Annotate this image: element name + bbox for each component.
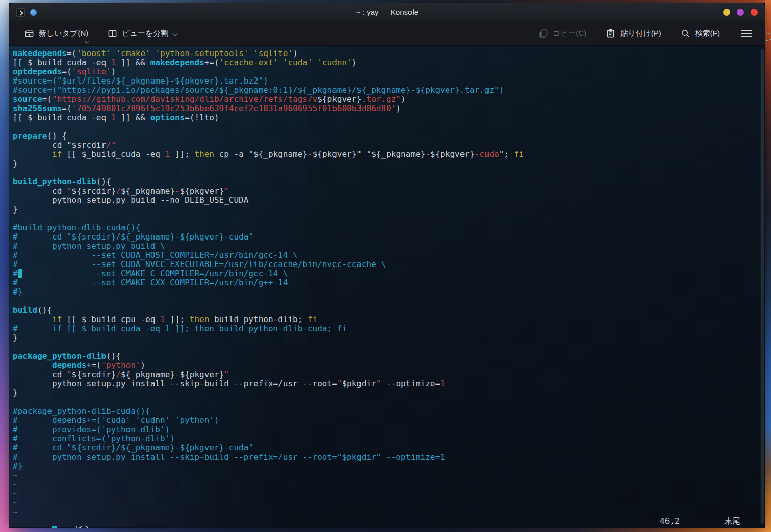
terminal-line: python setup.py build --no DLIB_USE_CUDA bbox=[13, 196, 765, 205]
paste-icon bbox=[606, 29, 615, 38]
minimize-button[interactable] bbox=[723, 9, 730, 16]
terminal-line bbox=[13, 297, 765, 306]
terminal-line: # cd "${srcdir}/${_pkgname}-${pkgver}-cu… bbox=[13, 443, 765, 453]
wallpaper-right-edge: し い bbox=[765, 0, 771, 532]
terminal-line bbox=[13, 342, 765, 352]
terminal-line: #} bbox=[13, 287, 765, 297]
scrollbar[interactable] bbox=[760, 48, 764, 525]
new-tab-button[interactable]: 新しいタブ(N) bbox=[22, 25, 90, 41]
search-button[interactable]: 検索(F) bbox=[679, 25, 722, 41]
terminal-line: #source=("$url/files/${_pkgname}-${pkgve… bbox=[13, 76, 765, 86]
paste-label: 貼り付け(P) bbox=[620, 29, 661, 38]
terminal-line: #build_python-dlib-cuda(){ bbox=[13, 223, 765, 232]
copy-label: コピー(C) bbox=[553, 29, 587, 38]
terminal-line: } bbox=[13, 159, 765, 168]
chevron-down-icon[interactable] bbox=[85, 40, 88, 43]
terminal-line: } bbox=[13, 205, 765, 214]
terminal-line: # --set CMAKE_C_COMPILER=/usr/bin/gcc-14… bbox=[13, 269, 765, 278]
terminal-line: package_python-dlib(){ bbox=[13, 352, 765, 361]
terminal-line: ~ bbox=[13, 508, 765, 517]
new-tab-label: 新しいタブ(N) bbox=[39, 29, 88, 38]
copy-icon bbox=[538, 29, 548, 38]
window-title: ~ : yay — Konsole bbox=[9, 3, 765, 21]
new-tab-icon bbox=[24, 29, 34, 38]
terminal-line: python setup.py install --skip-build --p… bbox=[13, 379, 765, 388]
terminal[interactable]: makedepends=('boost' 'cmake' 'python-set… bbox=[9, 46, 765, 527]
paste-button[interactable]: 貼り付け(P) bbox=[604, 25, 663, 41]
terminal-line: # cd "${srcdir}/${_pkgname}-${pkgver}-cu… bbox=[13, 232, 765, 242]
terminal-line: ~ bbox=[13, 489, 765, 498]
terminal-buffer[interactable]: makedepends=('boost' 'cmake' 'python-set… bbox=[13, 49, 765, 517]
terminal-line: optdepends=('sqlite') bbox=[13, 67, 765, 76]
terminal-line: prepare() { bbox=[13, 131, 765, 141]
terminal-line: # python setup.py install --skip-build -… bbox=[13, 453, 765, 462]
scrollbar-thumb[interactable] bbox=[761, 49, 764, 524]
split-view-label: ビューを分割 bbox=[122, 29, 168, 38]
terminal-line bbox=[13, 168, 765, 177]
vim-mode-indicator: -- 挿入 -- bbox=[59, 525, 107, 528]
terminal-line: cd "${srcdir}/${_pkgname}-${pkgver}" bbox=[13, 187, 765, 196]
terminal-line: # --set CMAKE_CXX_COMPILER=/usr/bin/g++-… bbox=[13, 278, 765, 287]
terminal-line: sha256sums=('705749801c7896f5c19c253b6be… bbox=[13, 104, 765, 113]
terminal-line: # provides=('python-dlib') bbox=[13, 425, 765, 434]
terminal-line bbox=[13, 214, 765, 223]
split-view-button[interactable]: ビューを分割 bbox=[106, 25, 179, 41]
terminal-line: [[ $_build_cuda -eq 1 ]] && makedepends+… bbox=[13, 58, 765, 67]
terminal-line: } bbox=[13, 388, 765, 397]
close-button[interactable] bbox=[751, 9, 758, 16]
terminal-line bbox=[13, 122, 765, 131]
terminal-line: # depends+=('cuda' 'cudnn' 'python') bbox=[13, 416, 765, 425]
terminal-line bbox=[13, 397, 765, 407]
terminal-line: ~ bbox=[13, 480, 765, 489]
background-window-text-fragment: し い bbox=[765, 26, 771, 43]
vim-file-position: 末尾 bbox=[724, 517, 740, 526]
terminal-line: makedepends=('boost' 'cmake' 'python-set… bbox=[13, 49, 765, 58]
terminal-line: build(){ bbox=[13, 306, 765, 315]
desktop: し い ~ : yay — Konsole 新しいタブ(N) bbox=[0, 0, 771, 532]
terminal-line: source=("https://github.com/davisking/dl… bbox=[13, 95, 765, 104]
vim-statusline: -- 挿入 -- 46,2 末尾 bbox=[13, 517, 765, 526]
terminal-line: if [[ $_build_cuda -eq 1 ]]; then cp -a … bbox=[13, 150, 765, 159]
terminal-line: ~ bbox=[13, 471, 765, 480]
terminal-line: # conflicts=('python-dlib') bbox=[13, 434, 765, 443]
terminal-line: } bbox=[13, 333, 765, 342]
search-label: 検索(F) bbox=[695, 29, 720, 38]
copy-button: コピー(C) bbox=[536, 25, 589, 41]
terminal-line: cd "$srcdir/" bbox=[13, 141, 765, 150]
search-icon bbox=[681, 29, 690, 38]
terminal-line: [[ $_build_cuda -eq 1 ]] && options=(!lt… bbox=[13, 113, 765, 122]
maximize-button[interactable] bbox=[737, 9, 744, 16]
status-cursor-block bbox=[52, 526, 57, 528]
hamburger-icon bbox=[741, 30, 752, 37]
chevron-down-icon[interactable] bbox=[173, 32, 177, 36]
split-view-icon bbox=[108, 29, 117, 38]
vim-ruler: 46,2 bbox=[660, 517, 680, 526]
terminal-line: cd "${srcdir}/${_pkgname}-${pkgver}" bbox=[13, 370, 765, 379]
terminal-line: #package_python-dlib-cuda(){ bbox=[13, 407, 765, 416]
terminal-line: #} bbox=[13, 462, 765, 471]
wallpaper-bottom-edge bbox=[9, 528, 765, 532]
menu-button[interactable] bbox=[739, 27, 754, 40]
terminal-line: # --set CUDA_HOST_COMPILER=/usr/bin/gcc-… bbox=[13, 251, 765, 260]
terminal-line: ~ bbox=[13, 498, 765, 508]
terminal-line: #source=("https://pypi.io/packages/sourc… bbox=[13, 86, 765, 95]
window-controls bbox=[723, 3, 758, 21]
titlebar[interactable]: ~ : yay — Konsole bbox=[9, 3, 765, 21]
konsole-window: ~ : yay — Konsole 新しいタブ(N) bbox=[9, 3, 765, 528]
toolbar: 新しいタブ(N) ビューを分割 コピー(C) bbox=[9, 21, 765, 46]
terminal-line: # --set CUDA_NVCC_EXECUTABLE=/usr/lib/cc… bbox=[13, 260, 765, 269]
terminal-line: # python setup.py build \ bbox=[13, 242, 765, 251]
terminal-line: build_python-dlib(){ bbox=[13, 177, 765, 187]
wallpaper-left-edge bbox=[0, 0, 9, 532]
terminal-line: depends+=('python') bbox=[13, 361, 765, 370]
terminal-line: if [[ $_build_cpu -eq 1 ]]; then build_p… bbox=[13, 315, 765, 324]
terminal-line: # if [[ $_build_cuda -eq 1 ]]; then buil… bbox=[13, 324, 765, 333]
